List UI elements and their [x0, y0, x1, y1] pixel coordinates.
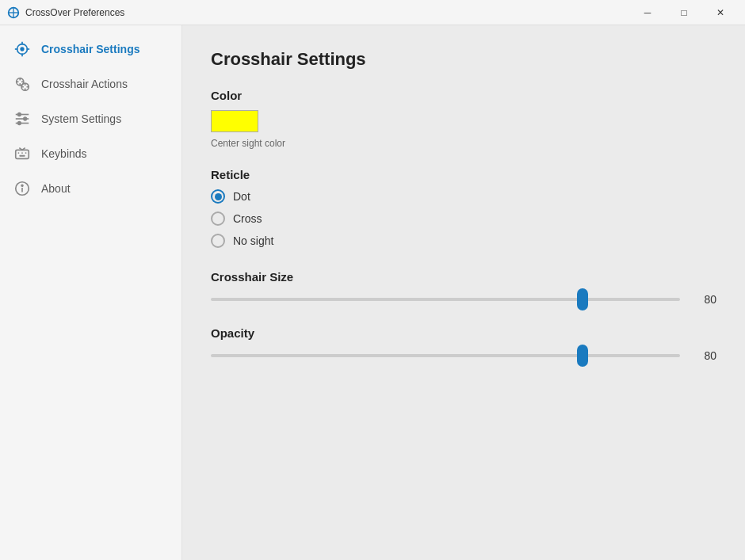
sidebar-label-system-settings: System Settings [41, 112, 121, 125]
reticle-section: Reticle Dot Cross No sight [211, 168, 716, 248]
sidebar-item-about[interactable]: About [0, 171, 181, 206]
sidebar-label-keybinds: Keybinds [41, 147, 87, 160]
crosshair-size-slider-container [211, 291, 680, 307]
sidebar-item-system-settings[interactable]: System Settings [0, 101, 181, 136]
window-controls: ─ □ ✕ [629, 0, 739, 25]
reticle-radio-group: Dot Cross No sight [211, 189, 716, 248]
sidebar-label-crosshair-actions: Crosshair Actions [41, 78, 128, 90]
radio-option-cross[interactable]: Cross [211, 211, 716, 226]
radio-option-no-sight[interactable]: No sight [211, 234, 716, 248]
keybinds-icon [13, 144, 32, 163]
radio-label-dot: Dot [233, 190, 250, 203]
main-content: Crosshair Settings Color Center sight co… [182, 25, 745, 560]
system-settings-icon [13, 109, 32, 128]
crosshair-size-label: Crosshair Size [211, 270, 716, 284]
opacity-label: Opacity [211, 326, 716, 340]
crosshair-actions-icon [13, 74, 32, 93]
maximize-button[interactable]: □ [666, 0, 702, 25]
radio-option-dot[interactable]: Dot [211, 189, 716, 204]
radio-label-no-sight: No sight [233, 234, 273, 247]
window-title: CrossOver Preferences [25, 7, 629, 18]
sidebar-item-crosshair-settings[interactable]: Crosshair Settings [0, 32, 181, 67]
crosshair-size-section: Crosshair Size 80 [211, 270, 716, 307]
opacity-slider[interactable] [211, 354, 680, 357]
sidebar-label-about: About [41, 182, 71, 195]
reticle-label: Reticle [211, 168, 716, 181]
svg-rect-25 [16, 150, 29, 158]
about-icon [13, 179, 32, 198]
opacity-slider-container [211, 348, 680, 364]
opacity-value: 80 [693, 349, 716, 362]
minimize-button[interactable]: ─ [629, 0, 666, 25]
close-button[interactable]: ✕ [702, 0, 739, 25]
svg-point-31 [21, 185, 23, 186]
radio-label-cross: Cross [233, 212, 262, 225]
radio-circle-no-sight [211, 234, 225, 248]
opacity-slider-row: 80 [211, 348, 716, 364]
svg-point-8 [21, 48, 24, 51]
radio-circle-cross [211, 211, 225, 226]
page-title: Crosshair Settings [211, 49, 716, 70]
crosshair-size-value: 80 [693, 293, 716, 306]
sidebar-label-crosshair-settings: Crosshair Settings [41, 43, 139, 55]
app-icon [6, 6, 21, 20]
color-label: Color [211, 89, 716, 102]
svg-point-22 [18, 113, 21, 116]
title-bar: CrossOver Preferences ─ □ ✕ [0, 0, 745, 25]
crosshair-settings-icon [13, 40, 32, 59]
color-section: Color Center sight color [211, 89, 716, 149]
crosshair-size-slider-row: 80 [211, 291, 716, 307]
svg-point-24 [18, 122, 21, 125]
crosshair-size-slider[interactable] [211, 298, 680, 301]
sidebar-item-keybinds[interactable]: Keybinds [0, 136, 181, 171]
sidebar-item-crosshair-actions[interactable]: Crosshair Actions [0, 67, 181, 101]
color-caption: Center sight color [211, 138, 716, 149]
svg-point-23 [24, 117, 27, 120]
sidebar: Crosshair Settings Crosshair Actions [0, 25, 182, 560]
app-body: Crosshair Settings Crosshair Actions [0, 25, 745, 560]
radio-circle-dot [211, 189, 225, 204]
color-swatch[interactable] [211, 110, 258, 132]
opacity-section: Opacity 80 [211, 326, 716, 364]
